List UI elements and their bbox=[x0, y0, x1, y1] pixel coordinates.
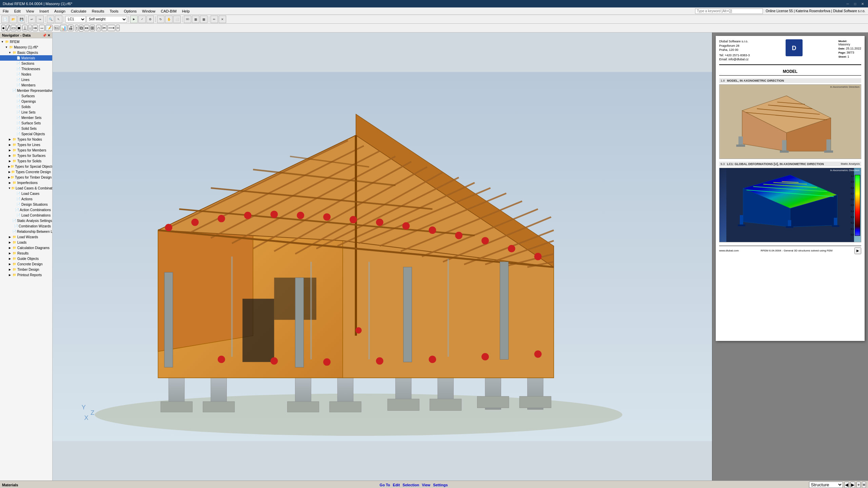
dims-btn[interactable]: ↔ bbox=[39, 25, 45, 31]
minimize-btn[interactable]: ─ bbox=[845, 1, 850, 6]
wireframe-btn[interactable]: ▦ bbox=[192, 16, 199, 23]
goto-action[interactable]: Go To bbox=[380, 483, 390, 487]
menu-calculate[interactable]: Calculate bbox=[68, 8, 89, 14]
loadcase-name-combo[interactable]: Self weight bbox=[86, 16, 127, 23]
support-btn[interactable]: ⊥ bbox=[22, 25, 27, 31]
extend-btn[interactable]: ⟶ bbox=[107, 25, 115, 31]
check-btn[interactable]: ✓ bbox=[138, 16, 146, 23]
edit-action[interactable]: Edit bbox=[393, 483, 400, 487]
structure-combo[interactable]: Structure bbox=[809, 482, 843, 488]
selection-action[interactable]: Selection bbox=[402, 483, 419, 487]
tree-item-nodes[interactable]: 📄 Nodes bbox=[0, 72, 52, 77]
tree-item-types-surfaces[interactable]: ▶ 📁 Types for Surfaces bbox=[0, 153, 52, 158]
tree-item-timber-design[interactable]: ▶ 📁 Timber Design bbox=[0, 267, 52, 272]
force-btn[interactable]: ⇒ bbox=[33, 25, 38, 31]
menu-window[interactable]: Window bbox=[139, 8, 158, 14]
tree-item-types-members[interactable]: ▶ 📁 Types for Members bbox=[0, 147, 52, 153]
maximize-btn[interactable]: □ bbox=[852, 1, 858, 6]
load-btn[interactable]: ↓ bbox=[28, 25, 32, 31]
save-btn[interactable]: 💾 bbox=[18, 16, 25, 23]
tree-item-solids[interactable]: 📄 Solids bbox=[0, 104, 52, 109]
menu-file[interactable]: File bbox=[0, 8, 12, 14]
expand-icon-rfem[interactable]: ▼ bbox=[1, 40, 4, 43]
tree-item-load-cases[interactable]: 📄 Load Cases bbox=[0, 191, 52, 196]
tree-item-actions[interactable]: 📄 Actions bbox=[0, 196, 52, 202]
settings-btn[interactable]: ⚙ bbox=[146, 16, 154, 23]
node-btn[interactable]: ● bbox=[1, 25, 5, 31]
filter-btn1[interactable]: ◀ bbox=[844, 482, 849, 488]
nav-icons[interactable]: 📌 ✕ bbox=[42, 34, 50, 37]
tree-item-special-objects[interactable]: 📄 Special Objects bbox=[0, 131, 52, 137]
mirror-btn[interactable]: ⇔ bbox=[84, 25, 89, 31]
tree-item-openings[interactable]: 📄 Openings bbox=[0, 99, 52, 104]
close-btn[interactable]: ✕ bbox=[860, 1, 865, 6]
window-controls[interactable]: ─ □ ✕ bbox=[845, 1, 865, 6]
redo-btn[interactable]: ↪ bbox=[36, 16, 44, 23]
print-btn[interactable]: 🖨 bbox=[68, 25, 74, 31]
tree-item-member-reps[interactable]: 📄 Member Representatives bbox=[0, 88, 52, 93]
surface-btn[interactable]: ▭ bbox=[11, 25, 16, 31]
view-action[interactable]: View bbox=[422, 483, 430, 487]
tree-item-action-comb[interactable]: 📄 Action Combinations bbox=[0, 207, 52, 212]
nav-close-icon[interactable]: ✕ bbox=[47, 34, 50, 37]
tree-item-load-wizards[interactable]: ▶ 📁 Load Wizards bbox=[0, 234, 52, 240]
tree-item-model[interactable]: ▼ 📁 Masonry (1).rf6* bbox=[0, 44, 52, 50]
tree-item-sections[interactable]: 📄 Sections bbox=[0, 61, 52, 66]
move-btn[interactable]: ↕ bbox=[75, 25, 79, 31]
tree-item-load-comb[interactable]: 📄 Load Combinations bbox=[0, 212, 52, 218]
annotation-btn[interactable]: 📝 bbox=[45, 25, 53, 31]
table-btn[interactable]: 📊 bbox=[60, 25, 67, 31]
tree-item-static-settings[interactable]: 📄 Static Analysis Settings bbox=[0, 218, 52, 223]
tree-item-materials[interactable]: 📄 Materials bbox=[0, 55, 52, 61]
tree-item-types-timber[interactable]: ▶ 📁 Types for Timber Design bbox=[0, 175, 52, 180]
tree-item-concrete-design[interactable]: ▶ 📁 Concrete Design bbox=[0, 261, 52, 267]
menu-insert[interactable]: Insert bbox=[37, 8, 52, 14]
solid-btn[interactable]: ■ bbox=[17, 25, 21, 31]
tree-item-surfaces[interactable]: 📄 Surfaces bbox=[0, 93, 52, 99]
line-btn[interactable]: ╱ bbox=[6, 25, 10, 31]
nav-pin-icon[interactable]: 📌 bbox=[42, 34, 46, 37]
tree-item-calc-diagrams[interactable]: ▶ 📁 Calculation Diagrams bbox=[0, 245, 52, 250]
trim-btn[interactable]: ✂ bbox=[102, 25, 107, 31]
fx-btn[interactable]: f(x) bbox=[54, 26, 59, 30]
tree-item-results[interactable]: ▶ 📁 Results bbox=[0, 250, 52, 256]
undo-btn[interactable]: ↩ bbox=[28, 16, 36, 23]
array-btn[interactable]: ⊞ bbox=[90, 25, 95, 31]
tree-item-rfem[interactable]: ▼ 📁 RFEM bbox=[0, 39, 52, 44]
sort-btn[interactable]: ≡ bbox=[862, 482, 866, 488]
zoom-btn[interactable]: 🔍 bbox=[47, 16, 54, 23]
menu-tools[interactable]: Tools bbox=[107, 8, 121, 14]
tree-item-line-sets[interactable]: 📄 Line Sets bbox=[0, 109, 52, 115]
tree-item-types-special[interactable]: ▶ 📁 Types for Special Objects bbox=[0, 164, 52, 169]
filter-icon-btn[interactable]: + bbox=[856, 482, 861, 488]
select-btn[interactable]: ↖ bbox=[55, 16, 62, 23]
filter-btn2[interactable]: ▶ bbox=[850, 482, 855, 488]
open-btn[interactable]: 📂 bbox=[9, 16, 17, 23]
search-input[interactable] bbox=[695, 8, 763, 14]
menu-cadbim[interactable]: CAD-BIM bbox=[158, 8, 179, 14]
tree-item-members[interactable]: 📄 Members bbox=[0, 82, 52, 88]
render-btn[interactable]: ▩ bbox=[200, 16, 208, 23]
rotate-btn[interactable]: ↻ bbox=[157, 16, 164, 23]
menu-help[interactable]: Help bbox=[179, 8, 193, 14]
menu-results[interactable]: Results bbox=[89, 8, 107, 14]
tree-item-printout-reports[interactable]: ▶ 📁 Printout Reports bbox=[0, 272, 52, 278]
menu-view[interactable]: View bbox=[23, 8, 37, 14]
tree-item-surface-sets[interactable]: 📄 Surface Sets bbox=[0, 120, 52, 126]
tree-item-thicknesses[interactable]: 📄 Thicknesses bbox=[0, 66, 52, 72]
copy-btn[interactable]: ⧉ bbox=[79, 25, 83, 32]
tree-item-types-solids[interactable]: ▶ 📁 Types for Solids bbox=[0, 158, 52, 164]
tree-item-design-situations[interactable]: 📄 Design Situations bbox=[0, 202, 52, 207]
menu-options[interactable]: Options bbox=[121, 8, 139, 14]
loadcase-combo[interactable]: LC1 bbox=[65, 16, 86, 23]
tree-item-load-cases-comb[interactable]: ▼ 📁 Load Cases & Combinations bbox=[0, 185, 52, 191]
tree-item-types-lines[interactable]: ▶ 📁 Types for Lines bbox=[0, 142, 52, 147]
view3d-btn[interactable]: 3D bbox=[184, 16, 191, 23]
tree-item-guide-objects[interactable]: ▶ 📁 Guide Objects bbox=[0, 256, 52, 261]
expand-icon-basic[interactable]: ▼ bbox=[8, 51, 12, 54]
tree-item-types-nodes[interactable]: ▶ 📁 Types for Nodes bbox=[0, 137, 52, 142]
intersect-btn[interactable]: ∩ bbox=[96, 25, 101, 31]
tree-item-imperfections[interactable]: ▶ 📁 Imperfections bbox=[0, 180, 52, 185]
tree-item-basic-objects[interactable]: ▼ 📁 Basic Objects bbox=[0, 50, 52, 55]
delete-btn[interactable]: ✕ bbox=[219, 16, 226, 23]
